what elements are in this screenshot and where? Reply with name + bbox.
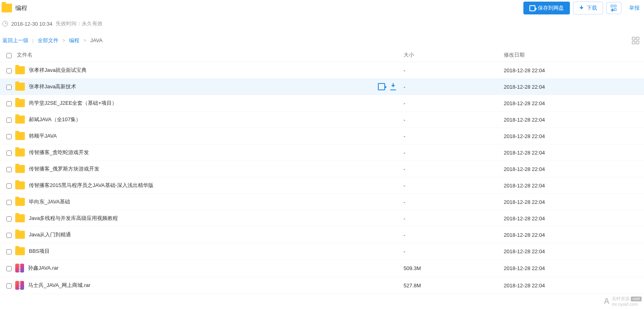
download-icon — [579, 6, 584, 11]
file-date: 2018-12-28 22:04 — [504, 117, 644, 123]
app-grid-icon — [611, 5, 617, 11]
file-date: 2018-12-28 22:04 — [504, 199, 644, 205]
file-name[interactable]: Java从入门到精通 — [29, 231, 71, 238]
folder-icon — [2, 4, 12, 12]
top-bar: 编程 保存到网盘 下载 举报 — [0, 0, 644, 16]
report-button-label: 举报 — [629, 4, 640, 12]
file-date: 2018-12-28 22:04 — [504, 100, 644, 106]
row-checkbox[interactable] — [6, 216, 12, 222]
breadcrumb-row: 返回上一级 | 全部文件 > 编程 > JAVA — [0, 35, 644, 48]
file-name[interactable]: BBS项目 — [29, 248, 50, 255]
file-size: - — [404, 150, 504, 156]
row-checkbox[interactable] — [6, 266, 12, 271]
file-date: 2018-12-28 22:04 — [504, 265, 644, 271]
row-checkbox[interactable] — [6, 118, 12, 123]
file-size: - — [404, 166, 504, 172]
file-date: 2018-12-28 22:04 — [504, 166, 644, 172]
table-row[interactable]: 张孝祥Java就业面试宝典-2018-12-28 22:04 — [0, 62, 644, 79]
current-folder: JAVA — [90, 37, 103, 43]
row-checkbox[interactable] — [6, 167, 12, 172]
file-name[interactable]: 传智播客_俄罗斯方块游戏开发 — [29, 165, 99, 173]
archive-icon — [15, 264, 24, 272]
file-size: 527.8M — [404, 283, 504, 289]
save-to-disk-button[interactable]: 保存到网盘 — [523, 2, 570, 14]
file-size: - — [404, 248, 504, 254]
file-name[interactable]: 尚学堂J2SE_J2EE全套（基础+项目） — [29, 100, 117, 107]
file-name[interactable]: Java多线程与并发库高级应用视频教程 — [29, 215, 118, 222]
file-name[interactable]: 张孝祥Java高新技术 — [29, 83, 76, 90]
file-size: - — [404, 183, 504, 189]
file-name[interactable]: 传智播客2015黑马程序员之JAVA基础-深入浅出精华版 — [29, 182, 153, 189]
folder-icon — [15, 83, 25, 91]
select-all-checkbox[interactable] — [6, 53, 12, 58]
clock-icon — [2, 21, 8, 26]
row-checkbox[interactable] — [6, 101, 12, 106]
folder-icon — [15, 247, 25, 255]
row-checkbox[interactable] — [6, 68, 12, 73]
file-name[interactable]: 孙鑫JAVA.rar — [28, 264, 59, 272]
row-checkbox[interactable] — [6, 249, 12, 254]
file-name[interactable]: 毕向东_JAVA基础 — [29, 198, 70, 205]
row-checkbox[interactable] — [6, 233, 12, 238]
file-date: 2018-12-28 22:04 — [504, 248, 644, 254]
parent-folder-link[interactable]: 编程 — [69, 37, 79, 43]
table-row[interactable]: 马士兵_JAVA_网上商城.rar527.8M2018-12-28 22:04 — [0, 277, 644, 294]
file-name[interactable]: 马士兵_JAVA_网上商城.rar — [28, 282, 91, 289]
row-actions — [378, 83, 397, 90]
file-name[interactable]: 传智播客_贪吃蛇游戏开发 — [29, 149, 89, 156]
col-size-header[interactable]: 大小 — [404, 51, 504, 59]
table-row[interactable]: 韩顺平JAVA-2018-12-28 22:04 — [0, 128, 644, 144]
table-row[interactable]: 毕向东_JAVA基础-2018-12-28 22:04 — [0, 194, 644, 210]
file-size: - — [404, 215, 504, 222]
grid-view-toggle[interactable] — [632, 37, 639, 44]
folder-icon — [15, 148, 25, 157]
row-checkbox[interactable] — [6, 134, 12, 139]
download-button[interactable]: 下载 — [573, 2, 603, 14]
table-row[interactable]: 传智播客_俄罗斯方块游戏开发-2018-12-28 22:04 — [0, 161, 644, 177]
row-checkbox[interactable] — [6, 200, 12, 205]
row-checkbox[interactable] — [6, 183, 12, 189]
save-icon — [529, 5, 535, 11]
folder-icon — [15, 132, 25, 140]
file-size: - — [404, 117, 504, 123]
file-size: - — [404, 133, 504, 139]
all-files-link[interactable]: 全部文件 — [38, 37, 59, 43]
table-row[interactable]: 郝斌JAVA（全107集）-2018-12-28 22:04 — [0, 112, 644, 128]
table-row[interactable]: 孙鑫JAVA.rar509.3M2018-12-28 22:04 — [0, 260, 644, 277]
file-date: 2018-12-28 22:04 — [504, 232, 644, 238]
download-icon[interactable] — [390, 83, 397, 90]
col-name-header[interactable]: 文件名 — [15, 51, 404, 59]
file-size: - — [404, 199, 504, 205]
table-row[interactable]: 张孝祥Java高新技术-2018-12-28 22:04 — [0, 79, 644, 95]
folder-icon — [15, 181, 25, 189]
share-icon[interactable] — [378, 83, 385, 90]
file-name[interactable]: 郝斌JAVA（全107集） — [29, 116, 81, 123]
file-size: - — [404, 100, 504, 106]
folder-icon — [15, 99, 25, 107]
archive-icon — [15, 281, 24, 290]
col-date-header[interactable]: 修改日期 — [504, 51, 644, 59]
meta-bar: 2018-12-30 10:34 失效时间：永久有效 — [0, 16, 644, 35]
table-row[interactable]: BBS项目-2018-12-28 22:04 — [0, 243, 644, 260]
table-row[interactable]: 传智播客2015黑马程序员之JAVA基础-深入浅出精华版-2018-12-28 … — [0, 177, 644, 194]
folder-icon — [15, 214, 25, 222]
file-date: 2018-12-28 22:04 — [504, 283, 644, 289]
file-size: 509.3M — [404, 265, 504, 271]
file-name[interactable]: 韩顺平JAVA — [29, 132, 57, 140]
file-size: - — [404, 232, 504, 238]
row-checkbox[interactable] — [6, 85, 12, 90]
report-button[interactable]: 举报 — [625, 2, 644, 14]
download-button-label: 下载 — [587, 4, 597, 12]
back-link[interactable]: 返回上一级 — [2, 37, 28, 43]
table-row[interactable]: 传智播客_贪吃蛇游戏开发-2018-12-28 22:04 — [0, 144, 644, 161]
page-title: 编程 — [15, 4, 27, 12]
row-checkbox[interactable] — [6, 283, 12, 289]
row-checkbox[interactable] — [6, 150, 12, 156]
file-name[interactable]: 张孝祥Java就业面试宝典 — [29, 67, 87, 74]
share-time: 2018-12-30 10:34 — [11, 21, 52, 27]
table-row[interactable]: Java多线程与并发库高级应用视频教程-2018-12-28 22:04 — [0, 210, 644, 227]
table-row[interactable]: Java从入门到精通-2018-12-28 22:04 — [0, 227, 644, 243]
table-row[interactable]: 尚学堂J2SE_J2EE全套（基础+项目）-2018-12-28 22:04 — [0, 95, 644, 112]
file-date: 2018-12-28 22:04 — [504, 133, 644, 139]
app-button[interactable] — [606, 2, 622, 14]
